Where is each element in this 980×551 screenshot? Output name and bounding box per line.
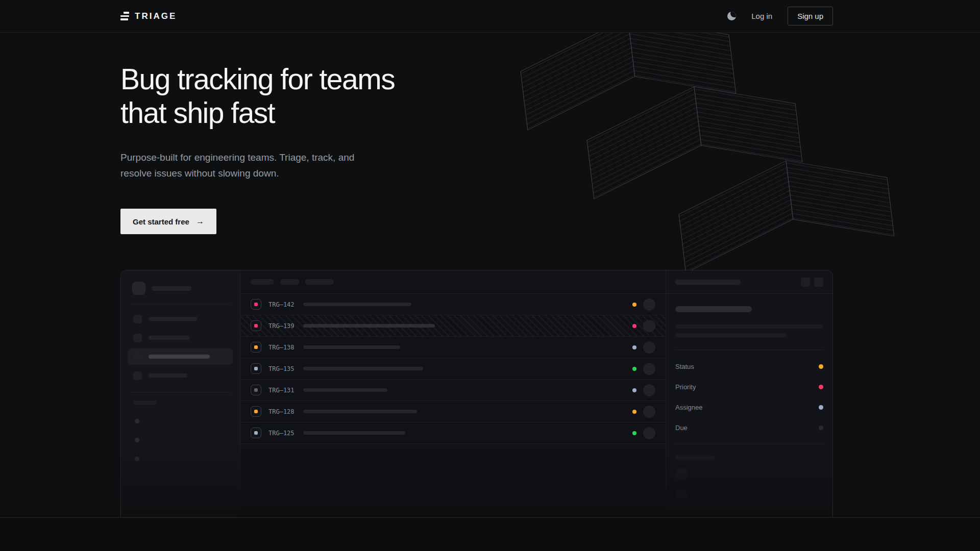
- assignee-avatar-placeholder: [643, 320, 655, 332]
- property-value-dot: [819, 405, 823, 410]
- assignee-avatar-placeholder: [643, 363, 655, 375]
- issue-row: TRG–135: [240, 358, 666, 380]
- issue-title-skeleton: [303, 431, 405, 435]
- brand[interactable]: TRIAGE: [120, 11, 177, 21]
- theme-toggle-button[interactable]: [727, 12, 736, 20]
- issue-title-skeleton: [303, 410, 417, 413]
- detail-action-skeleton: [801, 278, 810, 287]
- mockup-list-tabs: [240, 270, 666, 294]
- cta-label: Get started free: [133, 217, 189, 226]
- tab-skeleton: [251, 279, 274, 285]
- assignee-avatar-placeholder: [643, 384, 655, 396]
- issue-id: TRG–131: [268, 387, 303, 394]
- nav-item-icon-placeholder: [133, 315, 142, 323]
- issue-type-icon: [251, 320, 261, 331]
- detail-title-skeleton: [675, 280, 741, 285]
- issue-row: TRG–125: [240, 422, 666, 444]
- mockup-sidebar: [121, 270, 240, 517]
- status-dot: [632, 324, 636, 328]
- nav-item-label-skeleton: [149, 355, 210, 359]
- workspace-name-skeleton: [152, 286, 191, 291]
- detail-header-actions: [801, 278, 823, 287]
- signup-button[interactable]: Sign up: [788, 7, 833, 26]
- property-label: Status: [675, 363, 694, 370]
- property-row: Status: [675, 363, 823, 370]
- mockup-issue-list: TRG–142 TRG–139 TRG–138 TRG–135 TRG–131: [240, 270, 666, 517]
- assignee-avatar-placeholder: [643, 427, 655, 439]
- mockup-workspace-row: [128, 279, 233, 298]
- sidebar-nav-item-skeleton: [128, 367, 233, 384]
- property-label: Assignee: [675, 404, 702, 411]
- status-dot: [632, 303, 636, 307]
- nav-item-label-skeleton: [149, 373, 187, 378]
- property-value-dot: [819, 425, 823, 430]
- hero-title: Bug tracking for teamsthat ship fast: [120, 62, 833, 130]
- tab-skeleton: [305, 279, 334, 285]
- issue-id: TRG–138: [268, 344, 303, 351]
- issue-row: TRG–131: [240, 380, 666, 401]
- issue-type-icon: [251, 406, 261, 417]
- issue-title-skeleton: [303, 324, 435, 328]
- assignee-avatar-placeholder: [643, 341, 655, 354]
- login-link[interactable]: Log in: [751, 12, 772, 20]
- description-line-skeleton: [675, 324, 823, 329]
- issue-id: TRG–128: [268, 408, 303, 415]
- app-mockup: TRG–142 TRG–139 TRG–138 TRG–135 TRG–131: [120, 270, 833, 517]
- sidebar-nav-item-skeleton: [128, 348, 233, 365]
- assignee-avatar-placeholder: [643, 406, 655, 418]
- mockup-detail-panel: Status Priority Assignee Due: [666, 270, 832, 517]
- arrow-right-icon: →: [196, 217, 204, 226]
- property-row: Priority: [675, 383, 823, 391]
- moon-icon: [727, 12, 736, 20]
- status-dot: [632, 410, 636, 414]
- issue-row: TRG–142: [240, 294, 666, 315]
- top-nav: TRIAGE Log in Sign up: [0, 0, 980, 33]
- issue-id: TRG–135: [268, 365, 303, 372]
- description-line-skeleton: [675, 333, 787, 337]
- hero-section: Bug tracking for teamsthat ship fast Pur…: [0, 33, 980, 517]
- issue-id: TRG–139: [268, 322, 303, 330]
- issue-type-icon: [251, 342, 261, 353]
- issue-type-icon: [251, 363, 261, 374]
- footer: [0, 517, 980, 551]
- detail-panel-header: [666, 270, 832, 294]
- issue-title-skeleton: [303, 367, 423, 370]
- property-label: Priority: [675, 383, 696, 391]
- property-value-dot: [819, 364, 823, 369]
- issue-row: TRG–138: [240, 337, 666, 358]
- issue-type-icon: [251, 299, 261, 310]
- issue-title-skeleton: [303, 303, 411, 306]
- issue-row: TRG–128: [240, 401, 666, 422]
- status-dot: [632, 367, 636, 371]
- nav-item-icon-placeholder: [133, 371, 142, 380]
- detail-action-skeleton: [814, 278, 823, 287]
- status-dot: [632, 388, 636, 392]
- hero-subtitle: Purpose-built for engineering teams. Tri…: [120, 150, 833, 181]
- issue-row: TRG–139: [240, 315, 666, 337]
- issue-type-icon: [251, 428, 261, 438]
- nav-item-label-skeleton: [149, 336, 189, 340]
- issue-type-icon: [251, 385, 261, 395]
- tab-skeleton: [280, 279, 299, 285]
- property-row: Assignee: [675, 404, 823, 411]
- status-dot: [632, 431, 636, 435]
- nav-actions: Log in Sign up: [727, 7, 833, 26]
- property-row: Due: [675, 424, 823, 432]
- sidebar-section-label-skeleton: [133, 400, 157, 405]
- triage-logo-icon: [120, 12, 129, 20]
- brand-name: TRIAGE: [135, 11, 177, 21]
- activity-label-skeleton: [675, 456, 715, 460]
- nav-item-icon-placeholder: [133, 334, 142, 342]
- issue-id: TRG–142: [268, 301, 303, 308]
- issue-title-skeleton: [303, 345, 400, 349]
- nav-item-label-skeleton: [149, 317, 197, 321]
- sidebar-user-dot: [135, 419, 139, 423]
- property-label: Due: [675, 424, 688, 432]
- assignee-avatar-placeholder: [643, 298, 655, 311]
- sidebar-user-dot: [135, 438, 139, 442]
- sidebar-nav-item-skeleton: [128, 311, 233, 327]
- issue-title-skeleton: [303, 388, 387, 392]
- commenter-avatar-placeholder: [675, 468, 688, 481]
- issue-id: TRG–125: [268, 430, 303, 437]
- get-started-button[interactable]: Get started free →: [120, 209, 216, 234]
